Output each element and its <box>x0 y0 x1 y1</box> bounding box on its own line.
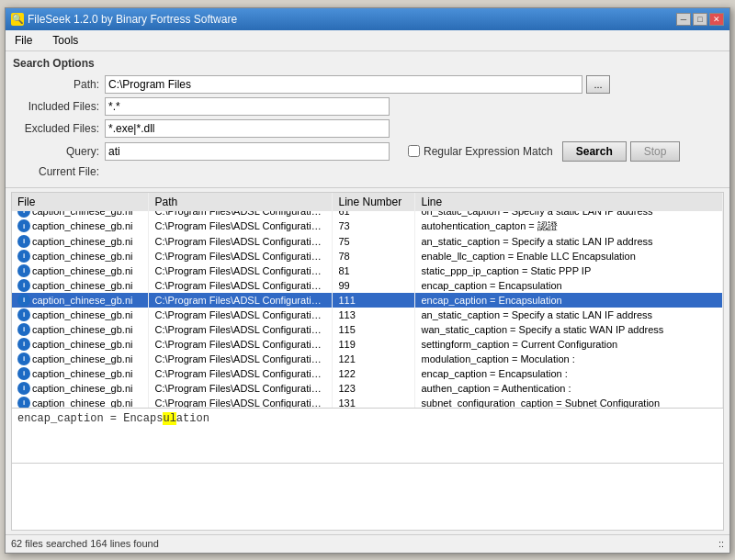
table-row[interactable]: icaption_chinese_gb.niC:\Program Files\A… <box>12 352 723 366</box>
menu-tools[interactable]: Tools <box>47 32 84 49</box>
included-input[interactable] <box>105 97 390 116</box>
table-row[interactable]: icaption_chinese_gb.niC:\Program Files\A… <box>12 234 723 249</box>
cell-content: an_static_caption = Specify a static LAN… <box>415 234 723 249</box>
path-input[interactable] <box>105 75 582 94</box>
results-container: File Path Line Number Line icaption_chin… <box>11 192 724 531</box>
table-row[interactable]: icaption_chinese_gb.niC:\Program Files\A… <box>12 337 723 352</box>
cell-line: 122 <box>333 366 415 381</box>
status-right: :: <box>718 538 724 549</box>
preview-text-before: encap_caption = Encaps <box>17 412 163 425</box>
path-label: Path: <box>13 78 105 91</box>
cell-line: 119 <box>333 337 415 352</box>
search-options-title: Search Options <box>13 57 722 70</box>
current-file-row: Current File: <box>13 165 722 178</box>
results-scroll-area[interactable]: File Path Line Number Line icaption_chin… <box>12 193 723 409</box>
table-row[interactable]: icaption_chinese_gb.niC:\Program Files\A… <box>12 293 723 308</box>
status-text: 62 files searched 164 lines found <box>11 538 159 549</box>
cell-path: C:\Program Files\ADSL Configuration... <box>149 218 333 234</box>
cell-line: 123 <box>333 381 415 396</box>
table-row[interactable]: icaption_chinese_gb.niC:\Program Files\A… <box>12 381 723 396</box>
preview-highlight: ul <box>163 412 175 425</box>
results-table: File Path Line Number Line icaption_chin… <box>12 193 723 409</box>
excluded-label: Excluded Files: <box>13 122 105 135</box>
cell-path: C:\Program Files\ADSL Configuration... <box>149 234 333 249</box>
cell-line: 131 <box>333 396 415 409</box>
file-icon: i <box>17 367 30 380</box>
path-browse-button[interactable]: ... <box>586 75 610 94</box>
file-icon: i <box>17 308 30 321</box>
cell-path: C:\Program Files\ADSL Configuration... <box>149 381 333 396</box>
table-row[interactable]: icaption_chinese_gb.niC:\Program Files\A… <box>12 278 723 293</box>
table-row[interactable]: icaption_chinese_gb.niC:\Program Files\A… <box>12 366 723 381</box>
cell-file: icaption_chinese_gb.ni <box>12 278 149 293</box>
query-input[interactable] <box>105 142 390 161</box>
cell-path: C:\Program Files\ADSL Configuration... <box>149 352 333 366</box>
col-header-content: Line <box>415 193 723 212</box>
cell-content: encap_caption = Encapsulation : <box>415 366 723 381</box>
cell-content: static_ppp_ip_caption = Static PPP IP <box>415 263 723 278</box>
cell-file: icaption_chinese_gb.ni <box>12 218 149 234</box>
table-row[interactable]: icaption_chinese_gb.niC:\Program Files\A… <box>12 396 723 409</box>
excluded-input[interactable] <box>105 119 390 138</box>
cell-file: icaption_chinese_gb.ni <box>12 352 149 366</box>
cell-path: C:\Program Files\ADSL Configuration... <box>149 293 333 308</box>
cell-line: 113 <box>333 308 415 322</box>
menu-file[interactable]: File <box>9 32 38 49</box>
stop-button[interactable]: Stop <box>630 141 681 162</box>
file-icon: i <box>17 323 30 336</box>
search-options-panel: Search Options Path: ... Included Files:… <box>6 51 729 188</box>
cell-path: C:\Program Files\ADSL Configuration... <box>149 263 333 278</box>
regex-checkbox[interactable] <box>408 145 420 157</box>
cell-content: enable_llc_caption = Enable LLC Encapsul… <box>415 249 723 263</box>
cell-line: 75 <box>333 234 415 249</box>
cell-file: icaption_chinese_gb.ni <box>12 337 149 352</box>
cell-path: C:\Program Files\ADSL Configuration... <box>149 278 333 293</box>
table-body: icaption_chinese_big3.iniC:\Program File… <box>12 193 723 409</box>
file-icon: i <box>17 294 30 307</box>
file-icon: i <box>17 235 30 248</box>
window-title: FileSeek 1.2.0 by Binary Fortress Softwa… <box>28 13 237 26</box>
table-row[interactable]: icaption_chinese_gb.niC:\Program Files\A… <box>12 218 723 234</box>
cell-path: C:\Program Files\ADSL Configuration... <box>149 366 333 381</box>
cell-content: an_static_caption = Specify a static LAN… <box>415 308 723 322</box>
file-icon: i <box>17 219 30 232</box>
action-buttons: Search Stop <box>562 141 681 162</box>
table-row[interactable]: icaption_chinese_gb.niC:\Program Files\A… <box>12 308 723 322</box>
cell-line: 111 <box>333 293 415 308</box>
table-row[interactable]: icaption_chinese_gb.niC:\Program Files\A… <box>12 263 723 278</box>
file-icon: i <box>17 382 30 395</box>
cell-file: icaption_chinese_gb.ni <box>12 366 149 381</box>
cell-path: C:\Program Files\ADSL Configuration... <box>149 308 333 322</box>
query-row: Query: Regular Expression Match Search S… <box>13 141 722 162</box>
file-icon: i <box>17 279 30 292</box>
query-label: Query: <box>13 145 105 158</box>
cell-path: C:\Program Files\ADSL Configuration... <box>149 249 333 263</box>
search-button[interactable]: Search <box>562 141 627 162</box>
cell-path: C:\Program Files\ADSL Configuration... <box>149 322 333 337</box>
col-header-path: Path <box>149 193 333 212</box>
cell-path: C:\Program Files\ADSL Configuration... <box>149 396 333 409</box>
cell-content: subnet_configuration_caption = Subnet Co… <box>415 396 723 409</box>
menu-bar: File Tools <box>6 30 729 51</box>
table-row[interactable]: icaption_chinese_gb.niC:\Program Files\A… <box>12 322 723 337</box>
cell-file: icaption_chinese_gb.ni <box>12 263 149 278</box>
col-header-line: Line Number <box>333 193 415 212</box>
cell-file: icaption_chinese_gb.ni <box>12 293 149 308</box>
cell-path: C:\Program Files\ADSL Configuration... <box>149 337 333 352</box>
main-window: 🔍 FileSeek 1.2.0 by Binary Fortress Soft… <box>5 7 730 554</box>
minimize-button[interactable]: ─ <box>676 13 691 26</box>
cell-content: encap_caption = Encapsulation <box>415 293 723 308</box>
cell-content: encap_caption = Encapsulation <box>415 278 723 293</box>
cell-line: 81 <box>333 263 415 278</box>
maximize-button[interactable]: □ <box>693 13 707 26</box>
cell-content: autohentication_capton = 認證 <box>415 218 723 234</box>
table-row[interactable]: icaption_chinese_gb.niC:\Program Files\A… <box>12 249 723 263</box>
title-bar-left: 🔍 FileSeek 1.2.0 by Binary Fortress Soft… <box>11 13 237 26</box>
file-icon: i <box>17 264 30 277</box>
cell-line: 99 <box>333 278 415 293</box>
cell-line: 73 <box>333 218 415 234</box>
status-bar: 62 files searched 164 lines found :: <box>6 534 729 553</box>
cell-file: icaption_chinese_gb.ni <box>12 234 149 249</box>
close-button[interactable]: ✕ <box>709 13 724 26</box>
cell-file: icaption_chinese_gb.ni <box>12 322 149 337</box>
